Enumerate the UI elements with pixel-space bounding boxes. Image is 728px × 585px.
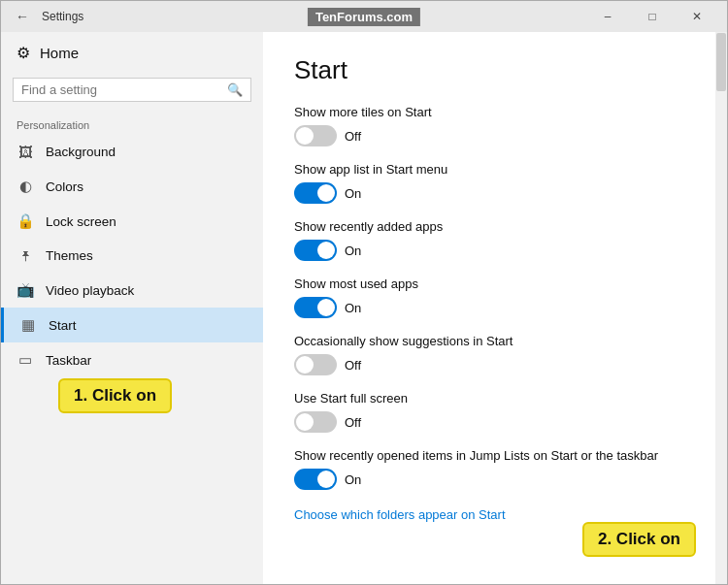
toggle-row-full-screen: Off [294, 411, 684, 433]
toggle-thumb [296, 356, 314, 374]
titlebar: ← Settings TenForums.com – □ ✕ [1, 1, 727, 32]
background-icon: 🖼 [17, 144, 34, 160]
toggle-state-full-screen: Off [345, 415, 361, 430]
sidebar-item-label: Taskbar [46, 353, 91, 368]
settings-window: ← Settings TenForums.com – □ ✕ ⚙ Home 🔍 … [0, 0, 728, 585]
toggle-thumb [296, 127, 314, 145]
start-icon: ▦ [19, 316, 37, 334]
scrollbar-thumb[interactable] [716, 33, 726, 91]
toggle-show-recently-added[interactable] [294, 240, 337, 261]
setting-recently-opened: Show recently opened items in Jump Lists… [294, 448, 684, 490]
toggle-thumb [317, 184, 335, 202]
sidebar-item-colors[interactable]: ◐ Colors [1, 169, 263, 204]
sidebar-item-home[interactable]: ⚙ Home [1, 32, 263, 74]
sidebar-item-lock-screen[interactable]: 🔒 Lock screen [1, 204, 263, 239]
toggle-state-show-recently-added: On [345, 244, 361, 258]
sidebar: ⚙ Home 🔍 Personalization 🖼 Background ◐ … [1, 32, 263, 584]
setting-label-show-most-used: Show most used apps [294, 276, 684, 291]
toggle-row-show-recently-added: On [294, 240, 684, 261]
sidebar-item-background[interactable]: 🖼 Background [1, 135, 263, 169]
toggle-row-show-more-tiles: Off [294, 125, 684, 146]
minimize-button[interactable]: – [585, 1, 630, 32]
folders-link[interactable]: Choose which folders appear on Start [294, 507, 506, 522]
window-title: Settings [42, 10, 585, 23]
setting-label-show-more-tiles: Show more tiles on Start [294, 105, 684, 119]
toggle-row-show-suggestions: Off [294, 354, 684, 375]
toggle-recently-opened[interactable] [294, 469, 337, 490]
setting-label-full-screen: Use Start full screen [294, 391, 684, 406]
toggle-state-recently-opened: On [345, 472, 361, 487]
toggle-show-app-list[interactable] [294, 182, 337, 204]
sidebar-item-label: Start [49, 318, 77, 333]
sidebar-item-start[interactable]: ▦ Start [1, 308, 263, 342]
scrollbar-track[interactable] [715, 32, 727, 584]
setting-label-show-suggestions: Occasionally show suggestions in Start [294, 334, 684, 348]
setting-show-suggestions: Occasionally show suggestions in Start O… [294, 334, 684, 375]
home-icon: ⚙ [17, 44, 30, 62]
video-playback-icon: 📺 [17, 281, 34, 299]
setting-show-recently-added: Show recently added apps On [294, 219, 684, 261]
toggle-show-most-used[interactable] [294, 297, 337, 318]
toggle-state-show-more-tiles: Off [345, 129, 361, 144]
toggle-row-show-app-list: On [294, 182, 684, 204]
sidebar-section-label: Personalization [1, 114, 263, 135]
setting-show-app-list: Show app list in Start menu On [294, 162, 684, 204]
toggle-state-show-suggestions: Off [345, 358, 361, 373]
sidebar-item-themes[interactable]: 🖈 Themes [1, 239, 263, 273]
search-box[interactable]: 🔍 [13, 78, 251, 102]
setting-label-show-recently-added: Show recently added apps [294, 219, 684, 234]
toggle-row-recently-opened: On [294, 469, 684, 490]
toggle-thumb [317, 299, 335, 316]
back-button[interactable]: ← [9, 3, 36, 30]
callout-2: 2. Click on [582, 522, 696, 557]
search-input[interactable] [21, 82, 227, 97]
sidebar-item-label: Background [46, 145, 116, 159]
toggle-thumb [317, 242, 335, 259]
taskbar-icon: ▭ [17, 351, 34, 369]
home-label: Home [40, 45, 79, 61]
sidebar-item-video-playback[interactable]: 📺 Video playback [1, 273, 263, 308]
setting-show-most-used: Show most used apps On [294, 276, 684, 318]
search-icon: 🔍 [227, 82, 243, 97]
toggle-state-show-app-list: On [345, 186, 361, 201]
maximize-button[interactable]: □ [630, 1, 675, 32]
sidebar-item-label: Video playback [46, 283, 134, 298]
toggle-row-show-most-used: On [294, 297, 684, 318]
toggle-show-suggestions[interactable] [294, 354, 337, 375]
close-button[interactable]: ✕ [675, 1, 719, 32]
window-controls: – □ ✕ [585, 1, 719, 32]
toggle-thumb [317, 471, 335, 488]
toggle-full-screen[interactable] [294, 411, 337, 433]
sidebar-item-label: Lock screen [46, 214, 116, 229]
setting-show-more-tiles: Show more tiles on Start Off [294, 105, 684, 146]
toggle-show-more-tiles[interactable] [294, 125, 337, 146]
setting-full-screen: Use Start full screen Off [294, 391, 684, 433]
main-content: Start Show more tiles on Start Off Show … [263, 32, 715, 584]
sidebar-item-label: Themes [46, 248, 93, 263]
toggle-thumb [296, 413, 314, 431]
callout-1: 1. Click on [58, 378, 172, 413]
sidebar-item-label: Colors [46, 179, 83, 194]
setting-label-show-app-list: Show app list in Start menu [294, 162, 684, 177]
sidebar-item-taskbar[interactable]: ▭ Taskbar [1, 342, 263, 377]
themes-icon: 🖈 [17, 247, 34, 264]
colors-icon: ◐ [17, 178, 34, 195]
toggle-state-show-most-used: On [345, 301, 361, 315]
setting-label-recently-opened: Show recently opened items in Jump Lists… [294, 448, 684, 463]
lock-screen-icon: 🔒 [17, 212, 34, 230]
page-title: Start [294, 55, 684, 85]
window-content: ⚙ Home 🔍 Personalization 🖼 Background ◐ … [1, 32, 727, 584]
